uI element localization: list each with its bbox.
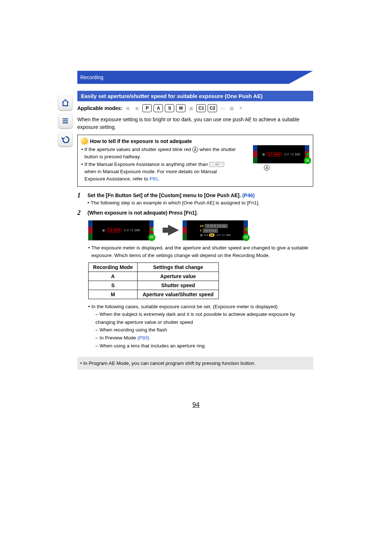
link-p46[interactable]: (P46): [242, 192, 254, 198]
mode-p: P: [142, 104, 152, 112]
mode-c1: C1: [196, 104, 206, 112]
info-line1a: If the aperture values and shutter speed…: [85, 147, 192, 152]
step-1-number: 1: [77, 192, 83, 207]
ev-indicator-icon: ±0: [209, 162, 224, 167]
exceptions-list: •In the following cases, suitable exposu…: [88, 303, 313, 350]
applicable-modes: Applicable modes: ◙ ◙ P A S M ▣ C1 C2 ▭ …: [77, 104, 313, 112]
mode-c2: C2: [208, 104, 217, 112]
section-header: Recording: [77, 71, 313, 84]
table-row: M Aperture value/Shutter speed: [89, 290, 219, 299]
grey-note-text: In Program AE Mode, you can cancel progr…: [83, 360, 255, 366]
link-p91[interactable]: P91: [150, 176, 158, 182]
link-p93[interactable]: (P93): [138, 335, 150, 341]
step-2-title: (When exposure is not adequate) Press [F…: [87, 210, 198, 216]
exceptions-lead: In the following cases, suitable exposur…: [91, 303, 278, 311]
after-text: The exposure meter is displayed, and the…: [91, 244, 313, 260]
page-title: Easily set aperture/shutter speed for su…: [77, 91, 313, 101]
mode-s: S: [165, 104, 174, 112]
mode-m: M: [176, 104, 185, 112]
exception-item: When the subject is extremely dark and i…: [95, 311, 295, 325]
bulb-icon: [81, 138, 88, 144]
lcd-before: ▣ 3.5 4000 -3 0 +3 160 98: [88, 220, 154, 240]
arrow-icon: [168, 225, 179, 236]
grey-note: • In Program AE Mode, you can cancel pro…: [77, 357, 313, 370]
step-1: 1 Set the [Fn Button Set] of the [Custom…: [77, 192, 313, 207]
badge-count: 98: [304, 157, 311, 164]
marker-a: A: [264, 165, 270, 171]
settings-table: Recording Mode Settings that change A Ap…: [88, 262, 219, 299]
exception-item: In Preview Mode: [99, 335, 137, 341]
exception-item: When recording using the flash: [99, 327, 167, 333]
mode-pano-icon: ▭: [219, 105, 226, 112]
mode-a: A: [154, 104, 163, 112]
table-row: S Shutter speed: [89, 281, 219, 290]
intro-text: When the exposure setting is too bright …: [77, 116, 313, 131]
back-icon[interactable]: [58, 132, 73, 146]
table-row: A Aperture value: [89, 272, 219, 281]
mode-scn-icon: ▣: [228, 105, 235, 112]
info-line2a: If the Manual Exposure Assistance is any…: [85, 162, 209, 167]
mode-video-icon: ▣: [187, 105, 195, 112]
list-icon[interactable]: [58, 114, 73, 128]
mode-ia-icon: ◙: [124, 105, 131, 112]
step-2: 2 (When exposure is not adequate) Press …: [77, 209, 313, 217]
diagram-row: ▣ 3.5 4000 -3 0 +3 160 98 SS 15 30 60: [88, 220, 313, 240]
table-header-change: Settings that change: [138, 262, 219, 272]
info-box-title: How to tell if the exposure is not adequ…: [90, 138, 192, 144]
marker-a-inline: A: [192, 147, 198, 152]
page-number: 94: [192, 401, 200, 409]
table-header-mode: Recording Mode: [89, 262, 138, 272]
lcd-after: SS 15 30 60 125 250 F 4.0 5.6 8.0 ▣ 3.5 …: [183, 220, 248, 240]
mode-creative-icon: ✦: [237, 105, 244, 112]
mode-iaplus-icon: ◙: [133, 105, 140, 112]
step-1-sub: The following step is an example in whic…: [91, 199, 260, 207]
exception-item: When using a lens that includes an apert…: [99, 343, 205, 349]
section-label: Recording: [80, 74, 103, 80]
applicable-label: Applicable modes:: [77, 105, 122, 111]
home-icon[interactable]: [58, 95, 73, 110]
step-2-number: 2: [77, 209, 83, 217]
step-1-title: Set the [Fn Button Set] of the [Custom] …: [87, 192, 242, 198]
info-box: How to tell if the exposure is not adequ…: [77, 135, 313, 187]
lcd-example-before: ▣ 3.5 4000 -3 0 +3 160 98 A: [253, 145, 309, 171]
